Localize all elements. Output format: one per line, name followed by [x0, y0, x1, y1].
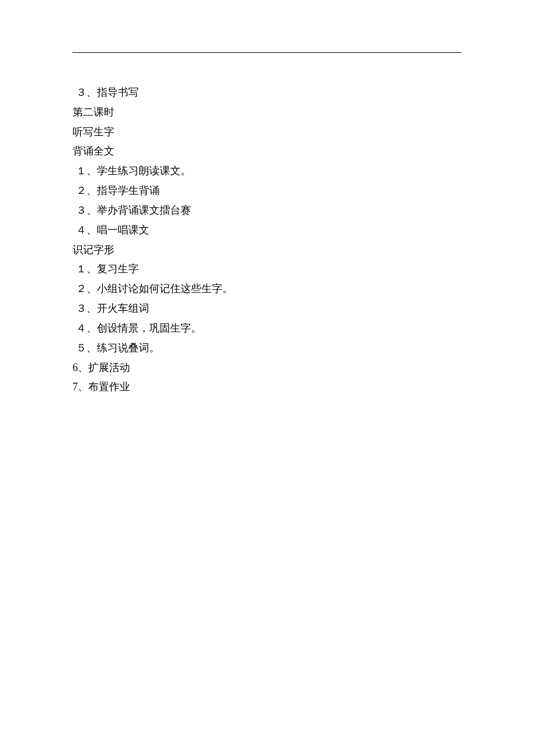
text-line: 听写生字: [73, 123, 461, 142]
text-line: ２、指导学生背诵: [73, 181, 461, 201]
document-content: ３、指导书写 第二课时 听写生字 背诵全文 １、学生练习朗读课文。 ２、指导学生…: [73, 83, 461, 397]
text-line: 识记字形: [73, 240, 461, 260]
page-container: ３、指导书写 第二课时 听写生字 背诵全文 １、学生练习朗读课文。 ２、指导学生…: [0, 0, 534, 397]
text-line: 背诵全文: [73, 142, 461, 161]
text-line: 6、扩展活动: [73, 358, 461, 378]
text-line: 第二课时: [73, 103, 461, 123]
text-line: 7、布置作业: [73, 377, 461, 397]
text-line: ２、小组讨论如何记住这些生字。: [73, 279, 461, 299]
text-line: ３、开火车组词: [73, 299, 461, 319]
text-line: １、学生练习朗读课文。: [73, 161, 461, 181]
text-line: ４、创设情景，巩固生字。: [73, 319, 461, 339]
text-line: ４、唱一唱课文: [73, 221, 461, 240]
text-line: ３、指导书写: [73, 83, 461, 103]
text-line: ３、举办背诵课文擂台赛: [73, 201, 461, 221]
horizontal-rule: [73, 52, 461, 53]
text-line: ５、练习说叠词。: [73, 339, 461, 358]
text-line: １、复习生字: [73, 260, 461, 279]
